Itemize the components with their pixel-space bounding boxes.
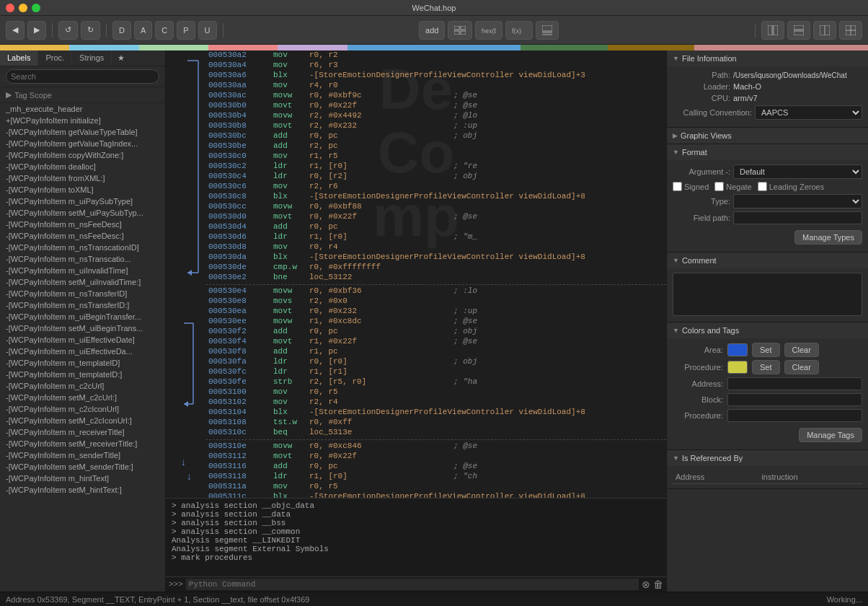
list-item[interactable]: -[WCPayInfoItem m_uiInvalidTime] — [0, 265, 165, 276]
area-set-button[interactable]: Set — [752, 343, 780, 357]
disasm-row[interactable]: 000530c6movr2, r6 — [205, 182, 666, 192]
list-item[interactable]: -[WCPayInfoItem m_templateID:] — [0, 369, 165, 380]
block-color-input[interactable] — [727, 393, 862, 406]
disasm-row[interactable]: 000530eamovtr0, #0x232; :up — [205, 307, 666, 317]
disasm-row[interactable]: 00053112movtr0, #0x22f — [205, 452, 666, 462]
list-item[interactable]: -[WCPayInfoItem m_templateID] — [0, 357, 165, 369]
disasm-row[interactable]: 000530d6ldrr1, [r0]; "m_ — [205, 232, 666, 242]
disasm-row[interactable]: 00053118ldrr1, [r0]; "ch — [205, 472, 666, 482]
list-item[interactable]: -[WCPayInfoItem toXML] — [0, 184, 165, 196]
disasm-row[interactable]: 000530f4movtr1, #0x22f; @se — [205, 337, 666, 347]
disasm-row[interactable]: 000530c4ldrr0, [r2]; obj — [205, 172, 666, 182]
list-item[interactable]: -[WCPayInfoItem getValueTagIndex... — [0, 138, 165, 149]
console-clear-icon[interactable]: ⊗ — [642, 579, 650, 590]
add-button[interactable]: add — [419, 21, 445, 40]
field-path-input[interactable] — [733, 211, 862, 224]
area-color-swatch[interactable] — [727, 343, 748, 356]
disasm-row[interactable]: 000530c2ldrr1, [r0]; "re — [205, 162, 666, 172]
list-item[interactable]: -[WCPayInfoItem m_c2cIconUrl] — [0, 403, 165, 415]
tab-proc[interactable]: Proc. — [38, 50, 72, 66]
disasm-row[interactable]: 000530d0movtr0, #0x22f; @se — [205, 212, 666, 222]
list-item[interactable]: -[WCPayInfoItem setM_c2cIconUrl:] — [0, 415, 165, 426]
procedure2-color-input[interactable] — [727, 409, 862, 422]
is-referenced-by-header[interactable]: ▼ Is Referenced By — [667, 450, 868, 466]
manage-tags-button[interactable]: Manage Tags — [799, 428, 862, 442]
graphic-views-header[interactable]: ▶ Graphic Views — [667, 128, 868, 144]
disasm-row[interactable]: 00053104blx-[StoreEmotionDesignerProfile… — [205, 408, 666, 418]
calling-convention-select[interactable]: AAPCS — [755, 105, 862, 120]
U-button[interactable]: U — [198, 21, 217, 40]
disasm-row[interactable]: 000530eemovwr1, #0xc8dc; @se — [205, 317, 666, 327]
list-item[interactable]: +[WCPayInfoItem initialize] — [0, 115, 165, 126]
list-item[interactable]: -[WCPayInfoItem m_nsTranscationID] — [0, 242, 165, 253]
layout4-button[interactable] — [839, 21, 862, 40]
disasm-row[interactable]: 000530b8movtr2, #0x232; :up — [205, 121, 666, 131]
procedure-color-swatch[interactable] — [727, 361, 748, 374]
leading-zeroes-checkbox[interactable] — [758, 182, 767, 191]
tab-star[interactable]: ★ — [112, 50, 130, 66]
hex-button[interactable]: hex(b) — [475, 21, 502, 40]
disasm-row[interactable]: 000530decmp.wr0, #0xffffffff — [205, 263, 666, 273]
A-button[interactable]: A — [134, 21, 152, 40]
disasm-row[interactable]: 000530faldrr0, [r0]; obj — [205, 357, 666, 367]
reload2-button[interactable]: ↻ — [81, 21, 100, 40]
console-trash-icon[interactable]: 🗑 — [653, 579, 663, 590]
disasm-row[interactable]: 000530dablx-[StoreEmotionDesignerProfile… — [205, 252, 666, 263]
list-item[interactable]: -[WCPayInfoItem m_uiEffectiveDate] — [0, 334, 165, 346]
disasm-row[interactable]: 0005311cblx-[StoreEmotionDesignerProfile… — [205, 492, 666, 498]
disasm-row[interactable]: 000530b4movwr2, #0x4492; @lo — [205, 111, 666, 121]
list-item[interactable]: -[WCPayInfoItem m_uiBeginTransfer... — [0, 311, 165, 322]
disasm-row[interactable]: 000530a2movr0, r2 — [205, 50, 666, 61]
disasm-row[interactable]: 000530festrbr2, [r5, r0]; "ha — [205, 377, 666, 387]
disasm-row[interactable]: 000530bcaddr0, pc; obj — [205, 131, 666, 141]
display-button[interactable] — [536, 21, 559, 40]
disasm-row[interactable]: 0005310cbeqloc_5313e — [205, 428, 666, 438]
code-button[interactable]: f(x) — [505, 21, 533, 40]
tab-strings[interactable]: Strings — [72, 50, 112, 66]
C-button[interactable]: C — [155, 21, 174, 40]
layout2-button[interactable] — [787, 21, 810, 40]
layout3-button[interactable] — [813, 21, 836, 40]
list-item[interactable]: -[WCPayInfoItem setM_uiInvalidTime:] — [0, 276, 165, 288]
sidebar-tag-scope[interactable]: ▶ Tag Scope — [0, 87, 165, 103]
close-button[interactable] — [6, 4, 14, 12]
disasm-row[interactable]: 000530c0movr1, r5 — [205, 152, 666, 162]
list-item[interactable]: -[WCPayInfoItem setM_receiverTitle:] — [0, 438, 165, 449]
disasm-row[interactable]: 000530e8movsr2, #0x0 — [205, 297, 666, 307]
disasm-row[interactable]: 00053116addr0, pc; @se — [205, 462, 666, 472]
back-button[interactable]: ◀ — [6, 21, 25, 40]
negate-checkbox[interactable] — [714, 182, 724, 191]
list-item[interactable]: -[WCPayInfoItem m_nsFeeDesc] — [0, 219, 165, 230]
area-clear-button[interactable]: Clear — [784, 343, 819, 357]
list-item[interactable]: -[WCPayInfoItem m_uiPaySubType] — [0, 196, 165, 207]
leading-zeroes-checkbox-label[interactable]: Leading Zeroes — [758, 182, 824, 191]
signed-checkbox-label[interactable]: Signed — [673, 182, 709, 191]
format-header[interactable]: ▼ Format — [667, 144, 868, 160]
console-input[interactable] — [186, 579, 639, 590]
disasm-row[interactable]: 000530c8blx-[StoreEmotionDesignerProfile… — [205, 192, 666, 202]
disasm-row[interactable]: 000530b0movtr0, #0x22f; @se — [205, 101, 666, 111]
disasm-table[interactable]: ↓ ↓ 000530a2movr0, r2 000530a4movr6, r3 … — [166, 50, 666, 498]
list-item[interactable]: -[WCPayInfoItem setM_uiBeginTrans... — [0, 322, 165, 334]
manage-types-button[interactable]: Manage Types — [794, 230, 862, 245]
disasm-row[interactable]: 000530f2addr0, pc; obj — [205, 327, 666, 337]
D-button[interactable]: D — [112, 21, 131, 40]
list-item[interactable]: -[WCPayInfoItem m_c2cUrl] — [0, 380, 165, 392]
minimize-button[interactable] — [19, 4, 27, 12]
disasm-row[interactable]: 00053100movr0, r5 — [205, 387, 666, 398]
list-item[interactable]: _mh_execute_header — [0, 103, 165, 115]
comment-header[interactable]: ▼ Comment — [667, 252, 868, 268]
disasm-row[interactable]: 000530a6blx-[StoreEmotionDesignerProfile… — [205, 71, 666, 81]
disasm-row[interactable]: 000530f8addr1, pc — [205, 347, 666, 357]
list-item[interactable]: -[WCPayInfoItem m_senderTitle] — [0, 449, 165, 461]
list-item[interactable]: -[WCPayInfoItem getValueTypeTable] — [0, 126, 165, 138]
maximize-button[interactable] — [32, 4, 40, 12]
tab-labels[interactable]: Labels — [0, 50, 38, 66]
disasm-row[interactable]: 0005310emovwr0, #0xc846; @se — [205, 442, 666, 452]
list-item[interactable]: -[WCPayInfoItem m_nsFeeDesc:] — [0, 230, 165, 242]
signed-checkbox[interactable] — [673, 182, 682, 191]
list-item[interactable]: -[WCPayInfoItem m_receiverTitle] — [0, 426, 165, 438]
disasm-row[interactable]: 000530e2bneloc_53122 — [205, 273, 666, 283]
disasm-row[interactable]: 000530acmovwr0, #0xbf9c; @se — [205, 91, 666, 101]
list-item[interactable]: -[WCPayInfoItem copyWithZone:] — [0, 149, 165, 161]
